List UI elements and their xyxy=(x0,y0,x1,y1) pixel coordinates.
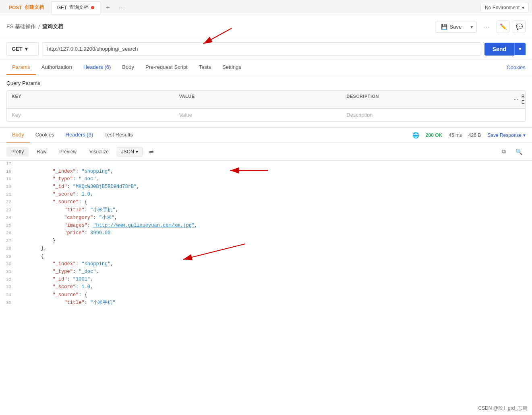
environment-label: No Environment xyxy=(485,5,520,10)
tab-body[interactable]: Body xyxy=(116,60,140,75)
line-content: "_source": { xyxy=(16,198,532,206)
resp-tab-cookies[interactable]: Cookies xyxy=(30,128,60,142)
send-dropdown-button[interactable]: ▾ xyxy=(514,43,526,55)
json-number: 1.0 xyxy=(81,192,90,197)
tab-post[interactable]: POST 创建文档 xyxy=(3,1,50,14)
json-string: "_doc" xyxy=(79,269,96,275)
json-punctuation: : xyxy=(67,277,72,282)
tab-more-button[interactable]: ··· xyxy=(116,4,129,10)
tab-add-button[interactable]: + xyxy=(102,4,114,11)
code-line: 27 } xyxy=(0,237,532,245)
line-number: 29 xyxy=(0,253,16,260)
desc-cell[interactable]: Description xyxy=(342,109,509,121)
json-key: "catrgory" xyxy=(64,215,93,221)
code-area: 1718 "_index": "shopping",19 "_type": "_… xyxy=(0,161,532,307)
send-main-button[interactable]: Send xyxy=(484,43,514,56)
breadcrumb-separator: / xyxy=(38,24,40,30)
code-line: 17 xyxy=(0,161,532,168)
tab-post-label: 创建文档 xyxy=(25,4,44,11)
line-content: "_id": "MKQcW30BjB5RD9Nd78rB", xyxy=(16,183,532,191)
fmt-visualize[interactable]: Visualize xyxy=(85,147,114,157)
request-tabs: Params Authorization Headers (6) Body Pr… xyxy=(0,60,532,75)
header-actions: 💾 Save ▾ ··· ✏️ 💬 xyxy=(435,20,526,33)
col-actions: ··· Bulk Edit xyxy=(509,91,525,108)
status-size: 426 B xyxy=(468,132,481,138)
wrap-icon[interactable]: ⇌ xyxy=(146,147,157,157)
send-button[interactable]: Send ▾ xyxy=(484,43,526,56)
method-chevron: ▾ xyxy=(25,46,28,52)
method-select[interactable]: GET ▾ xyxy=(6,42,39,56)
action-cell xyxy=(509,109,525,121)
json-format-select[interactable]: JSON ▾ xyxy=(117,147,143,157)
fmt-pretty[interactable]: Pretty xyxy=(6,147,29,157)
cookies-link[interactable]: Cookies xyxy=(507,60,526,74)
line-content: "_type": "_doc", xyxy=(16,175,532,183)
json-punctuation xyxy=(18,254,41,259)
status-ok: 200 OK xyxy=(426,132,442,138)
response-section: Body Cookies Headers (3) Test Results 🌐 … xyxy=(0,127,532,307)
line-number: 20 xyxy=(0,184,16,191)
json-punctuation: , xyxy=(90,277,93,282)
json-punctuation: : xyxy=(76,192,81,197)
resp-tab-test-results[interactable]: Test Results xyxy=(99,128,139,142)
search-button[interactable]: 🔍 xyxy=(512,147,526,157)
comment-button[interactable]: 💬 xyxy=(513,20,526,33)
json-string: "shopping" xyxy=(81,169,110,174)
save-main-button[interactable]: 💾 Save xyxy=(435,21,468,32)
edit-button[interactable]: ✏️ xyxy=(497,20,509,33)
line-content: "_id": "1001", xyxy=(16,276,532,283)
line-content: "catrgory": "小米", xyxy=(16,214,532,222)
code-line: 31 "_type": "_doc", xyxy=(0,268,532,276)
value-cell[interactable]: Value xyxy=(174,109,342,121)
copy-button[interactable]: ⧉ xyxy=(499,146,509,157)
environment-selector[interactable]: No Environment ▾ xyxy=(480,3,529,12)
toolbar-more-button[interactable]: ··· xyxy=(480,24,493,30)
json-punctuation: } xyxy=(52,238,55,244)
code-line: 24 "catrgory": "小米", xyxy=(0,214,532,222)
line-number: 22 xyxy=(0,199,16,206)
url-bar: GET ▾ Send ▾ xyxy=(0,38,532,60)
json-punctuation xyxy=(18,284,52,290)
tab-bar: POST 创建文档 GET 查询文档 + ··· No Environment … xyxy=(0,0,532,15)
bulk-edit-button[interactable]: Bulk Edit xyxy=(522,94,526,105)
line-number: 26 xyxy=(0,230,16,237)
json-punctuation xyxy=(18,169,52,174)
fmt-preview[interactable]: Preview xyxy=(54,147,81,157)
fmt-raw[interactable]: Raw xyxy=(32,147,51,157)
resp-tab-headers[interactable]: Headers (3) xyxy=(60,128,99,142)
key-cell[interactable]: Key xyxy=(7,109,174,121)
line-content: "_score": 1.0, xyxy=(16,283,532,291)
tab-tests[interactable]: Tests xyxy=(193,60,217,75)
tab-headers[interactable]: Headers (6) xyxy=(78,60,117,75)
json-punctuation: : xyxy=(85,207,90,213)
json-punctuation: : { xyxy=(79,199,87,205)
tab-unsaved-dot xyxy=(91,6,94,9)
url-input[interactable] xyxy=(42,42,481,56)
line-number: 17 xyxy=(0,161,16,168)
json-punctuation xyxy=(18,261,52,267)
tab-params[interactable]: Params xyxy=(6,60,36,75)
line-number: 24 xyxy=(0,215,16,222)
breadcrumb-current: 查询文档 xyxy=(42,23,63,30)
json-punctuation: }, xyxy=(41,246,47,251)
request-header: ES 基础操作 / 查询文档 💾 Save ▾ ··· ✏️ 💬 xyxy=(0,15,532,38)
resp-tab-body[interactable]: Body xyxy=(6,128,30,142)
tab-settings[interactable]: Settings xyxy=(217,60,247,75)
query-params-title: Query Params xyxy=(6,80,526,86)
tab-pre-request[interactable]: Pre-request Script xyxy=(140,60,193,75)
query-params-section: Query Params KEY VALUE DESCRIPTION ··· B… xyxy=(0,75,532,127)
tab-authorization[interactable]: Authorization xyxy=(36,60,78,75)
line-number: 18 xyxy=(0,168,16,175)
json-chevron: ▾ xyxy=(136,149,138,155)
save-label: Save xyxy=(450,24,462,30)
save-button[interactable]: 💾 Save ▾ xyxy=(435,21,477,33)
params-table: KEY VALUE DESCRIPTION ··· Bulk Edit Key … xyxy=(6,90,526,122)
tab-get[interactable]: GET 查询文档 xyxy=(51,1,101,14)
json-string: "shopping" xyxy=(81,261,110,267)
save-dropdown-button[interactable]: ▾ xyxy=(467,21,476,32)
col-desc: DESCRIPTION xyxy=(342,91,509,108)
json-punctuation: : xyxy=(93,215,99,221)
globe-icon: 🌐 xyxy=(412,132,419,138)
code-line: 26 "price": 3999.00 xyxy=(0,229,532,237)
save-response-button[interactable]: Save Response ▾ xyxy=(487,132,526,138)
